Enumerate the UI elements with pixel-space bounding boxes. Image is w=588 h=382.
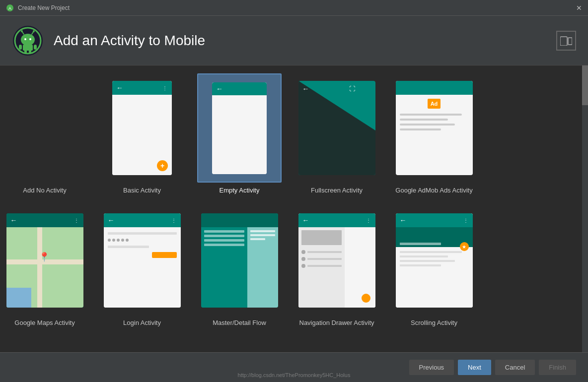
activity-grid: Add No Activity ← ⋮ + Basic Activity [0,65,582,352]
finish-button[interactable]: Finish [539,360,576,375]
login-activity-mockup: ← ⋮ [104,213,181,308]
master-list [201,227,247,308]
fullscreen-diagonal-svg [298,81,375,175]
svg-rect-17 [568,38,572,45]
nav-item-line-3 [307,265,342,267]
nav-fab-icon [362,294,370,303]
card-label-add-no-activity: Add No Activity [23,187,66,194]
card-label-scrolling-activity: Scrolling Activity [411,319,457,326]
card-label-nav-drawer: Navigation Drawer Activity [299,319,374,326]
login-dot-5 [126,239,129,242]
card-label-fullscreen-activity: Fullscreen Activity [311,187,363,194]
card-basic-activity[interactable]: ← ⋮ + Basic Activity [97,73,187,198]
fullscreen-activity-mockup: ← ⛶ [298,81,375,175]
nav-back-arrow-icon: ← [302,216,309,224]
svg-point-10 [29,38,31,40]
scrollbar[interactable] [582,65,588,352]
login-dot-2 [112,239,115,242]
scrolling-top-bar: ← ⋮ [396,213,473,227]
card-preview-nav-drawer: ← ⋮ [294,206,379,315]
basic-activity-mockup: ← ⋮ + [112,81,172,175]
android-mini-icon: A [6,4,14,12]
fullscreen-icons: ← ⛶ [302,85,355,93]
card-maps-activity[interactable]: ← ⋮ 📍 Google Maps Activity [0,206,89,330]
svg-rect-15 [29,50,31,54]
card-scrolling-activity[interactable]: ← ⋮ ★ Scrolling Activity [389,206,479,330]
empty-activity-mockup: ← [212,82,267,174]
master-detail-mockup [201,213,278,308]
scrolling-line-2 [400,255,448,257]
admob-line-4 [400,128,441,130]
admob-line-3 [400,124,455,126]
scrolling-back-arrow-icon: ← [400,216,407,224]
svg-rect-14 [24,50,27,54]
nav-item-line-1 [307,251,342,253]
scrolling-line-1 [400,251,462,253]
device-icon[interactable] [556,31,576,51]
nav-item-dot-3 [301,264,305,268]
scrolling-line-3 [400,260,455,262]
empty-back-arrow-icon: ← [216,85,223,93]
login-dot-3 [117,239,120,242]
card-empty-activity[interactable]: ← Empty Activity [195,73,284,198]
card-preview-add-no-activity [2,73,87,183]
card-label-master-detail: Master/Detail Flow [213,319,266,326]
admob-body: Ad [396,95,473,175]
svg-point-4 [21,34,35,46]
login-dot-4 [121,239,124,242]
scrolling-line-4 [400,264,441,266]
scrolling-fab-icon: ★ [460,242,469,251]
admob-activity-mockup: Ad [396,81,473,175]
admob-ad-badge: Ad [428,99,441,109]
svg-rect-12 [19,45,22,50]
card-preview-login-activity: ← ⋮ [100,206,184,315]
svg-rect-11 [23,45,33,51]
nav-drawer-item-2 [301,257,342,261]
android-studio-logo [12,25,44,57]
title-bar: A Create New Project ✕ [0,0,588,16]
basic-fab-icon: + [157,160,168,171]
card-preview-fullscreen-activity: ← ⛶ [294,73,379,183]
fullscreen-back-arrow-icon: ← [302,85,309,93]
card-nav-drawer-activity[interactable]: ← ⋮ [292,206,381,330]
card-admob-ads-activity[interactable]: Ad Google AdMob Ads Activity [389,73,479,198]
card-fullscreen-activity[interactable]: ← ⛶ Fullscreen Activity [292,73,381,198]
previous-button[interactable]: Previous [409,360,454,375]
card-label-admob-activity: Google AdMob Ads Activity [395,187,472,194]
card-master-detail-flow[interactable]: Master/Detail Flow [195,206,284,330]
close-button[interactable]: ✕ [576,4,582,11]
maps-activity-mockup: ← ⋮ 📍 [6,213,83,308]
card-login-activity[interactable]: ← ⋮ [97,206,187,330]
card-label-empty-activity: Empty Activity [220,187,260,194]
login-password-dots [108,239,177,242]
back-arrow-icon: ← [116,84,123,92]
scrolling-title-line [400,243,441,245]
nav-menu-dots-icon: ⋮ [366,218,371,223]
svg-marker-18 [298,81,375,175]
maps-water [6,288,31,308]
svg-rect-16 [560,37,567,46]
empty-body [212,95,267,174]
login-button-preview [152,252,177,258]
next-button[interactable]: Next [458,360,491,375]
login-back-arrow-icon: ← [108,216,115,224]
title-bar-left: A Create New Project [6,4,70,12]
window-title: Create New Project [18,4,70,11]
card-add-no-activity[interactable]: Add No Activity [0,73,89,198]
scrolling-body [396,247,473,308]
nav-drawer-header [301,230,342,245]
fullscreen-expand-icon: ⛶ [349,85,355,92]
login-username-field [108,232,177,235]
card-label-basic-activity: Basic Activity [123,187,161,194]
header-left: Add an Activity to Mobile [12,25,205,57]
page-title: Add an Activity to Mobile [54,33,205,49]
card-preview-empty-activity: ← [197,73,282,183]
master-detail-line-2 [250,234,275,236]
login-body [104,227,181,308]
maps-menu-dots-icon: ⋮ [74,218,79,223]
scrollbar-thumb[interactable] [582,65,588,105]
nav-item-dot-2 [301,257,305,261]
card-label-login-activity: Login Activity [123,319,161,326]
cancel-button[interactable]: Cancel [495,360,535,375]
login-dot-1 [108,239,111,242]
